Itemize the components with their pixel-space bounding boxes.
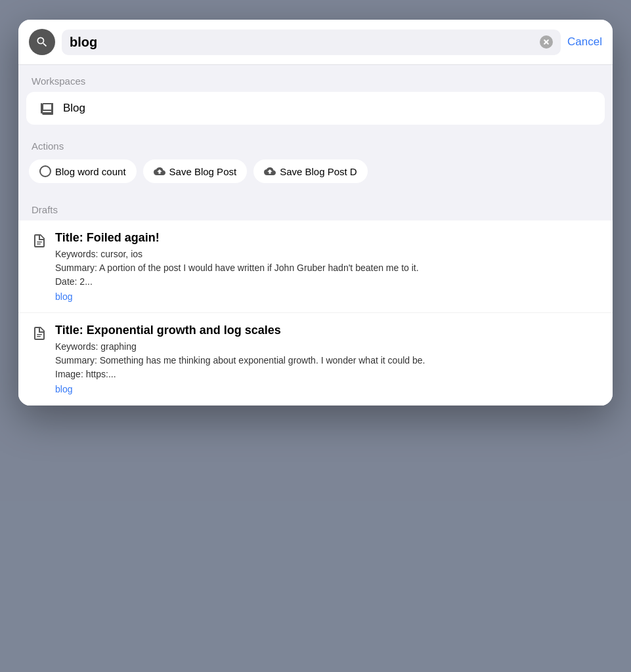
svg-rect-1 [37, 242, 42, 243]
action-save-blog-post-label: Save Blog Post [169, 166, 237, 177]
cancel-button[interactable]: Cancel [567, 35, 602, 49]
draft-1-date: Date: 2... [55, 275, 599, 289]
search-input[interactable]: blog [70, 35, 534, 50]
draft-2-content: Title: Exponential growth and log scales… [55, 324, 599, 394]
clear-icon[interactable] [540, 35, 553, 49]
circle-icon [39, 165, 51, 177]
draft-1-summary: Summary: A portion of the post I would h… [55, 261, 599, 275]
search-bar: blog Cancel [18, 20, 613, 65]
draft-2-keywords: Keywords: graphing [55, 340, 599, 354]
upload-icon-2 [264, 165, 276, 177]
draft-item-1[interactable]: Title: Foiled again! Keywords: cursor, i… [18, 220, 613, 313]
draft-2-summary: Summary: Something has me thinking about… [55, 354, 599, 368]
workspace-blog-item[interactable]: Blog [26, 92, 605, 125]
upload-icon [154, 165, 165, 177]
action-save-blog-post-d-label: Save Blog Post D [280, 166, 357, 177]
draft-1-keywords: Keywords: cursor, ios [55, 247, 599, 261]
draft-2-tag[interactable]: blog [55, 384, 599, 394]
draft-doc-icon-2 [32, 326, 47, 394]
action-blog-word-count[interactable]: Blog word count [29, 159, 137, 183]
notebook-icon [37, 98, 56, 118]
drafts-list: Title: Foiled again! Keywords: cursor, i… [18, 220, 613, 406]
action-blog-word-count-label: Blog word count [55, 166, 126, 177]
draft-1-title: Title: Foiled again! [55, 231, 599, 245]
workspace-blog-label: Blog [63, 102, 85, 115]
workspaces-section: Workspaces Blog [18, 65, 613, 125]
search-modal: blog Cancel Workspaces Blog Actions Blog… [18, 20, 613, 406]
drafts-header: Drafts [18, 194, 613, 220]
drafts-section: Drafts Title: Foiled again! Keywords: cu… [18, 194, 613, 406]
draft-1-tag[interactable]: blog [55, 291, 599, 302]
actions-section: Actions Blog word count Save Blog Post [18, 130, 613, 194]
draft-item-2[interactable]: Title: Exponential growth and log scales… [18, 313, 613, 406]
draft-doc-icon-1 [32, 233, 47, 302]
svg-rect-4 [37, 336, 41, 337]
search-icon [29, 29, 55, 55]
action-save-blog-post-d[interactable]: Save Blog Post D [253, 159, 368, 183]
draft-2-image: Image: https:... [55, 368, 599, 381]
draft-2-title: Title: Exponential growth and log scales [55, 324, 599, 337]
svg-rect-2 [37, 243, 41, 245]
actions-scroll: Blog word count Save Blog Post Sav [18, 157, 613, 188]
action-save-blog-post[interactable]: Save Blog Post [143, 159, 248, 183]
svg-rect-3 [37, 334, 42, 335]
workspaces-header: Workspaces [18, 65, 613, 92]
actions-header: Actions [18, 130, 613, 157]
draft-1-content: Title: Foiled again! Keywords: cursor, i… [55, 231, 599, 302]
svg-rect-0 [41, 103, 42, 114]
search-input-wrapper[interactable]: blog [62, 30, 561, 55]
